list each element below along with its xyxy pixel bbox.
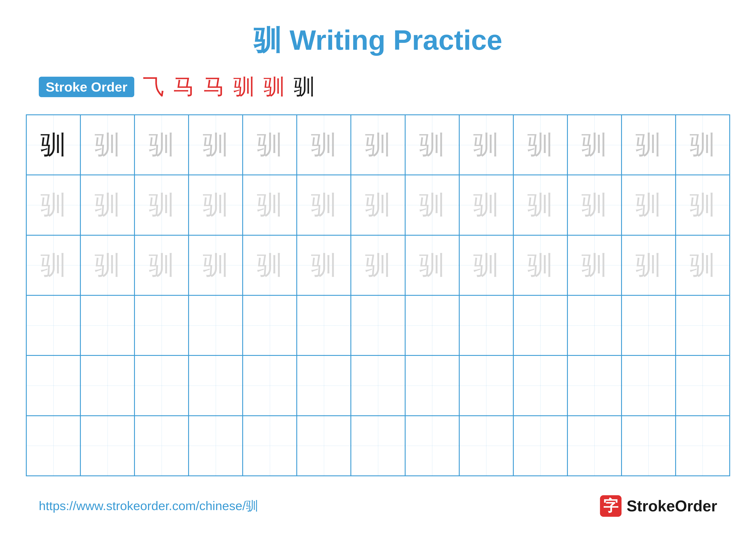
grid-cell[interactable]: 驯 bbox=[351, 175, 405, 235]
grid-cell[interactable] bbox=[26, 416, 80, 476]
practice-char: 驯 bbox=[419, 248, 445, 283]
grid-cell[interactable] bbox=[297, 295, 351, 355]
grid-cell[interactable] bbox=[134, 416, 189, 476]
grid-cell[interactable]: 驯 bbox=[622, 175, 676, 235]
grid-cell[interactable]: 驯 bbox=[622, 235, 676, 295]
grid-cell[interactable]: 驯 bbox=[243, 175, 297, 235]
grid-cell[interactable] bbox=[189, 355, 243, 416]
practice-char: 驯 bbox=[203, 188, 229, 222]
grid-cell[interactable]: 驯 bbox=[189, 175, 243, 235]
practice-char: 驯 bbox=[149, 127, 175, 163]
grid-cell[interactable]: 驯 bbox=[80, 175, 134, 235]
grid-cell[interactable] bbox=[676, 416, 730, 476]
grid-cell[interactable]: 驯 bbox=[243, 235, 297, 295]
grid-cell[interactable]: 驯 bbox=[134, 235, 189, 295]
grid-cell[interactable]: 驯 bbox=[26, 115, 80, 175]
grid-cell[interactable] bbox=[80, 416, 134, 476]
grid-cell[interactable] bbox=[459, 355, 513, 416]
grid-cell[interactable] bbox=[80, 295, 134, 355]
grid-cell[interactable] bbox=[567, 355, 622, 416]
grid-cell[interactable] bbox=[351, 295, 405, 355]
grid-cell[interactable] bbox=[80, 355, 134, 416]
practice-char: 驯 bbox=[581, 127, 607, 163]
grid-cell[interactable]: 驯 bbox=[26, 235, 80, 295]
grid-cell[interactable]: 驯 bbox=[189, 235, 243, 295]
grid-cell[interactable]: 驯 bbox=[26, 175, 80, 235]
practice-char: 驯 bbox=[473, 188, 499, 222]
grid-cell[interactable]: 驯 bbox=[243, 115, 297, 175]
grid-cell[interactable] bbox=[243, 416, 297, 476]
practice-char: 驯 bbox=[635, 248, 662, 283]
grid-cell[interactable] bbox=[351, 355, 405, 416]
grid-cell[interactable]: 驯 bbox=[405, 175, 459, 235]
grid-cell[interactable] bbox=[567, 295, 622, 355]
grid-cell[interactable] bbox=[189, 295, 243, 355]
grid-cell[interactable]: 驯 bbox=[459, 175, 513, 235]
grid-cell[interactable] bbox=[297, 355, 351, 416]
grid-cell[interactable]: 驯 bbox=[189, 115, 243, 175]
grid-cell[interactable] bbox=[351, 416, 405, 476]
grid-cell[interactable]: 驯 bbox=[513, 115, 567, 175]
grid-cell[interactable]: 驯 bbox=[351, 235, 405, 295]
practice-char: 驯 bbox=[419, 127, 445, 163]
grid-cell[interactable] bbox=[622, 295, 676, 355]
grid-cell[interactable]: 驯 bbox=[622, 115, 676, 175]
page: 驯 Writing Practice Stroke Order ⺄ 马 马 驯 … bbox=[0, 0, 756, 534]
grid-cell[interactable] bbox=[26, 355, 80, 416]
grid-cell[interactable]: 驯 bbox=[459, 235, 513, 295]
practice-char: 驯 bbox=[149, 248, 175, 283]
grid-cell[interactable] bbox=[622, 355, 676, 416]
grid-cell[interactable] bbox=[405, 355, 459, 416]
grid-cell[interactable] bbox=[622, 416, 676, 476]
practice-char: 驯 bbox=[527, 248, 553, 283]
practice-char: 驯 bbox=[40, 248, 67, 283]
practice-char: 驯 bbox=[365, 248, 391, 283]
grid-cell[interactable]: 驯 bbox=[513, 175, 567, 235]
grid-cell[interactable]: 驯 bbox=[676, 175, 730, 235]
grid-cell[interactable]: 驯 bbox=[80, 115, 134, 175]
grid-cell[interactable] bbox=[134, 295, 189, 355]
grid-cell[interactable]: 驯 bbox=[459, 115, 513, 175]
grid-cell[interactable]: 驯 bbox=[567, 115, 622, 175]
grid-cell[interactable]: 驯 bbox=[80, 235, 134, 295]
grid-cell[interactable]: 驯 bbox=[676, 235, 730, 295]
footer-logo-text: StrokeOrder bbox=[627, 497, 717, 515]
practice-char: 驯 bbox=[311, 188, 337, 222]
grid-cell[interactable]: 驯 bbox=[405, 235, 459, 295]
practice-char: 驯 bbox=[527, 188, 553, 222]
grid-cell[interactable]: 驯 bbox=[134, 115, 189, 175]
grid-cell[interactable] bbox=[243, 355, 297, 416]
stroke-step-4: 驯 bbox=[233, 72, 255, 101]
grid-cell[interactable] bbox=[567, 416, 622, 476]
grid-cell[interactable] bbox=[513, 355, 567, 416]
footer-url[interactable]: https://www.strokeorder.com/chinese/驯 bbox=[39, 497, 258, 514]
grid-cell[interactable]: 驯 bbox=[405, 115, 459, 175]
grid-cell[interactable]: 驯 bbox=[297, 115, 351, 175]
grid-cell[interactable]: 驯 bbox=[676, 115, 730, 175]
grid-cell[interactable] bbox=[134, 355, 189, 416]
page-title: 驯 Writing Practice bbox=[254, 21, 502, 60]
grid-cell[interactable]: 驯 bbox=[297, 175, 351, 235]
grid-cell[interactable]: 驯 bbox=[567, 235, 622, 295]
grid-cell[interactable] bbox=[26, 295, 80, 355]
grid-cell[interactable] bbox=[513, 416, 567, 476]
grid-cell[interactable] bbox=[459, 416, 513, 476]
grid-cell[interactable] bbox=[405, 416, 459, 476]
practice-char: 驯 bbox=[94, 188, 121, 222]
practice-char: 驯 bbox=[581, 188, 607, 222]
grid-cell[interactable]: 驯 bbox=[297, 235, 351, 295]
grid-cell[interactable] bbox=[189, 416, 243, 476]
grid-cell[interactable]: 驯 bbox=[567, 175, 622, 235]
grid-cell[interactable] bbox=[676, 355, 730, 416]
stroke-step-6: 驯 bbox=[294, 72, 315, 101]
grid-cell[interactable] bbox=[243, 295, 297, 355]
practice-char: 驯 bbox=[40, 188, 67, 222]
grid-cell[interactable] bbox=[297, 416, 351, 476]
grid-cell[interactable] bbox=[405, 295, 459, 355]
grid-cell[interactable] bbox=[676, 295, 730, 355]
grid-cell[interactable]: 驯 bbox=[351, 115, 405, 175]
grid-cell[interactable]: 驯 bbox=[513, 235, 567, 295]
grid-cell[interactable]: 驯 bbox=[134, 175, 189, 235]
grid-cell[interactable] bbox=[459, 295, 513, 355]
grid-cell[interactable] bbox=[513, 295, 567, 355]
